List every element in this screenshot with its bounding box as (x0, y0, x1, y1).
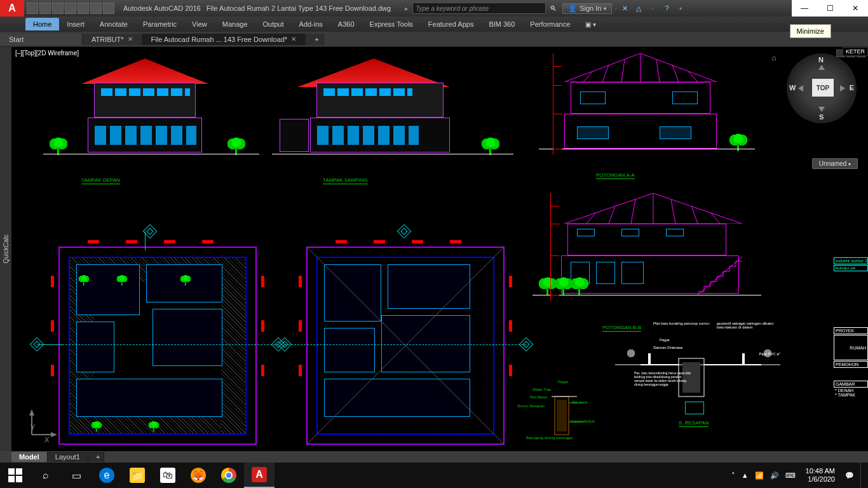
search-icon[interactable]: 🔍︎ (546, 4, 560, 12)
ribbon-tab-annotate[interactable]: Annotate (92, 18, 135, 30)
layout-tab-model[interactable]: Model (11, 452, 48, 462)
drawing-floor-plan-1 (50, 238, 266, 451)
exchange-icon[interactable]: ✕ (619, 3, 630, 14)
qat-redo-icon[interactable] (103, 3, 114, 14)
taskbar-autocad-icon[interactable]: A (244, 463, 275, 488)
qat-saveas-icon[interactable] (65, 3, 76, 14)
title-separator: ▸ (401, 4, 412, 13)
file-tab-start[interactable]: Start (0, 34, 83, 45)
minimize-button[interactable]: — (792, 0, 817, 17)
ribbon-tab-bim360[interactable]: BIM 360 (481, 18, 522, 30)
caption-potongan-a: POTONGAN A-A (596, 172, 635, 179)
ribbon-tab-performance[interactable]: Performance (522, 18, 578, 30)
drawing-tampak-samping: TAMPAK SAMPING (285, 58, 488, 173)
ribbon-tab-a360[interactable]: A360 (330, 18, 362, 30)
new-tab-button[interactable]: + (306, 34, 324, 45)
svg-line-10 (609, 206, 615, 224)
ribbon-tab-insert[interactable]: Insert (59, 18, 92, 30)
svg-line-30 (405, 247, 505, 346)
svg-line-14 (691, 206, 698, 224)
maximize-button[interactable]: ☐ (817, 0, 843, 17)
ribbon-panel-toggle[interactable]: ▣ ▾ (578, 18, 604, 30)
quick-access-toolbar (24, 3, 117, 14)
viewport-label[interactable]: [–][Top][2D Wireframe] (15, 50, 79, 57)
tray-chevron-icon[interactable]: ˄ (731, 471, 735, 480)
layout-tab-layout1[interactable]: Layout1 (48, 452, 88, 462)
viewcube-north[interactable]: N (818, 56, 824, 64)
caption-tampak-depan: TAMPAK DEPAN (81, 177, 120, 184)
taskbar-store-icon[interactable]: 🛍 (153, 463, 183, 488)
ribbon-tab-parametric[interactable]: Parametric (135, 18, 184, 30)
home-view-icon[interactable]: ⌂ (769, 53, 779, 64)
close-icon[interactable]: ✕ (291, 36, 296, 43)
viewcube-west[interactable]: W (789, 84, 796, 92)
svg-line-32 (405, 346, 505, 445)
tray-wifi-icon[interactable]: 📶 (755, 471, 764, 480)
qat-save-icon[interactable] (52, 3, 64, 14)
search-input[interactable]: Type a keyword or phrase (412, 3, 546, 14)
drawing-area: QuickCalc [–][Top][2D Wireframe] KETER ⌂… (0, 47, 868, 451)
qat-plot-icon[interactable] (78, 3, 89, 14)
sign-in-button[interactable]: 👤 Sign In ▾ (562, 3, 612, 14)
svg-marker-34 (29, 409, 34, 416)
taskbar-explorer-icon[interactable]: 📁 (122, 463, 153, 488)
tray-notifications-icon[interactable]: 💬 (845, 471, 854, 480)
viewcube-top-face[interactable]: TOP (812, 79, 834, 97)
drawing-floor-plan-2 (297, 238, 513, 451)
drawing-tampak-depan: TAMPAK DEPAN (56, 58, 234, 173)
ribbon-tabs: Home Insert Annotate Parametric View Man… (0, 17, 868, 32)
close-button[interactable]: ✕ (843, 0, 868, 17)
tooltip-minimize: Minimize (790, 24, 831, 38)
start-button[interactable] (0, 463, 31, 488)
tray-network-icon[interactable]: ▲ (742, 471, 749, 479)
svg-rect-25 (557, 400, 567, 431)
show-desktop-button[interactable] (860, 463, 864, 488)
viewcube-south[interactable]: S (819, 113, 824, 121)
ribbon-tab-featured[interactable]: Featured Apps (421, 18, 482, 30)
svg-line-13 (671, 200, 675, 224)
tray-keyboard-icon[interactable]: ⌨ (785, 471, 796, 480)
close-icon[interactable]: ✕ (128, 36, 133, 43)
svg-line-3 (621, 60, 625, 82)
app-logo-icon[interactable]: A (0, 0, 24, 17)
help-icons: ✕ △ · ? ▾ (616, 3, 689, 14)
file-tab-current[interactable]: File Autocad Rumah ... 143 Free Download… (142, 34, 306, 45)
app-title: Autodesk AutoCAD 2016 File Autocad Rumah… (117, 4, 397, 12)
taskbar-edge-icon[interactable]: e (92, 463, 122, 488)
user-icon: 👤 (568, 4, 577, 13)
taskbar-taskview-icon[interactable]: ▭ (61, 463, 92, 488)
window-controls: — ☐ ✕ (792, 0, 868, 17)
taskbar-firefox-icon[interactable]: 🦊 (183, 463, 214, 488)
ribbon-tab-express[interactable]: Express Tools (362, 18, 421, 30)
nav-bar: ⌂ (769, 53, 779, 64)
ucs-icon[interactable]: YX (25, 409, 57, 444)
qat-open-icon[interactable] (39, 3, 51, 14)
model-viewport[interactable]: [–][Top][2D Wireframe] KETER ⌂ TOP N S E… (11, 47, 868, 451)
svg-line-16 (698, 257, 742, 295)
ribbon-tab-output[interactable]: Output (255, 18, 292, 30)
side-panel-quickcalc[interactable]: QuickCalc (0, 47, 11, 451)
svg-rect-23 (742, 353, 745, 365)
tray-volume-icon[interactable]: 🔊 (770, 471, 779, 480)
drawing-detail-sumur: Pagar Water Trap Plat Beton Sumur Resapa… (520, 377, 590, 447)
qat-undo-icon[interactable] (90, 3, 102, 14)
taskbar-search-icon[interactable]: ⌕ (31, 463, 61, 488)
svg-rect-22 (648, 353, 651, 365)
cloud-icon[interactable]: △ (633, 3, 644, 14)
ribbon-tab-manage[interactable]: Manage (215, 18, 255, 30)
ribbon-tab-view[interactable]: View (184, 18, 215, 30)
svg-marker-36 (51, 432, 57, 437)
drawing-potongan-a: POTONGAN A-A (545, 53, 736, 168)
ribbon-tab-home[interactable]: Home (25, 18, 59, 30)
taskbar-clock[interactable]: 10:48 AM 1/6/2020 (802, 467, 839, 484)
layout-tab-add[interactable]: + (88, 452, 104, 462)
svg-line-15 (710, 212, 720, 224)
titleblock-panel: volume sumur 25 m3 sem ledrnfjur p/k PRO… (832, 47, 868, 451)
ribbon-tab-addins[interactable]: Add-ins (292, 18, 330, 30)
file-tab-atribut[interactable]: ATRIBUT*✕ (83, 34, 142, 45)
title-bar: A Autodesk AutoCAD 2016 File Autocad Rum… (0, 0, 868, 17)
svg-line-9 (587, 212, 596, 224)
taskbar-chrome-icon[interactable] (214, 463, 244, 488)
help-icon[interactable]: ? (661, 3, 672, 14)
qat-new-icon[interactable] (27, 3, 38, 14)
